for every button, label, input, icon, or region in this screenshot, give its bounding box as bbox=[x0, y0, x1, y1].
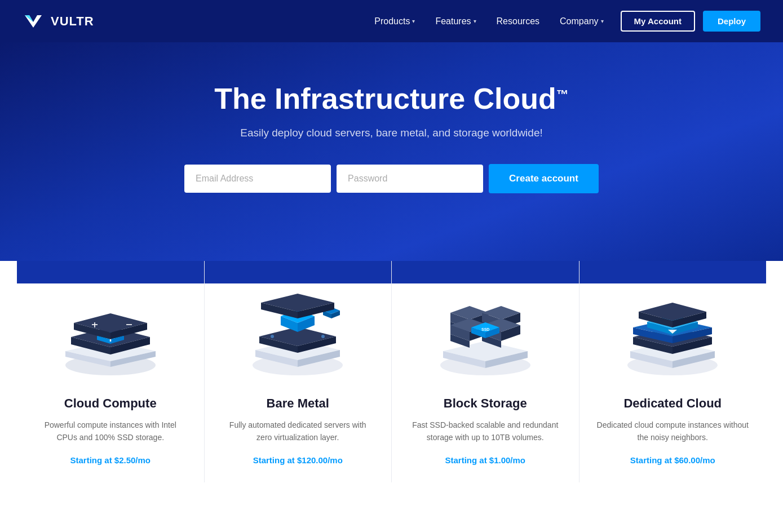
nav-resources[interactable]: Resources bbox=[489, 12, 547, 31]
hero-subtitle: Easily deploy cloud servers, bare metal,… bbox=[11, 127, 772, 139]
card-baremetal-desc: Fully automated dedicated servers with z… bbox=[222, 419, 375, 444]
card-cloud-compute: Cloud Compute Powerful compute instances… bbox=[17, 261, 205, 482]
vultr-logo-icon bbox=[23, 11, 44, 32]
card-dedicated-illustration bbox=[596, 261, 750, 385]
card-bare-metal: Bare Metal Fully automated dedicated ser… bbox=[205, 261, 392, 482]
logo[interactable]: VULTR bbox=[23, 11, 94, 32]
card-dedicated-title: Dedicated Cloud bbox=[596, 396, 750, 411]
features-chevron-icon: ▾ bbox=[474, 18, 476, 24]
products-chevron-icon: ▾ bbox=[412, 18, 415, 24]
card-baremetal-title: Bare Metal bbox=[222, 396, 375, 411]
card-baremetal-price: Starting at $120.00/mo bbox=[253, 455, 343, 465]
hero-section: The Infrastructure Cloud™ Easily deploy … bbox=[0, 42, 783, 261]
card-block-storage: SSD Block Storage Fast SSD-backed scalab… bbox=[392, 261, 579, 482]
products-cards: Cloud Compute Powerful compute instances… bbox=[0, 261, 783, 516]
company-chevron-icon: ▾ bbox=[601, 18, 604, 24]
card-dedicated-price: Starting at $60.00/mo bbox=[630, 455, 715, 465]
email-input[interactable] bbox=[184, 165, 331, 193]
brand-name: VULTR bbox=[51, 14, 94, 29]
password-input[interactable] bbox=[337, 165, 483, 193]
card-compute-title: Cloud Compute bbox=[34, 396, 187, 411]
card-storage-illustration: SSD bbox=[409, 261, 562, 385]
navbar: VULTR Products ▾ Features ▾ Resources Co… bbox=[0, 0, 783, 42]
card-storage-price: Starting at $1.00/mo bbox=[445, 455, 525, 465]
deploy-button[interactable]: Deploy bbox=[703, 11, 760, 32]
signup-form: Create account bbox=[11, 164, 772, 193]
svg-point-27 bbox=[271, 335, 274, 338]
card-compute-desc: Powerful compute instances with Intel CP… bbox=[34, 419, 187, 444]
svg-text:SSD: SSD bbox=[481, 327, 489, 331]
my-account-button[interactable]: My Account bbox=[621, 11, 695, 32]
card-storage-desc: Fast SSD-backed scalable and redundant s… bbox=[409, 419, 562, 444]
create-account-button[interactable]: Create account bbox=[489, 164, 599, 193]
card-storage-title: Block Storage bbox=[409, 396, 562, 411]
hero-title: The Infrastructure Cloud™ bbox=[11, 82, 772, 116]
nav-links: Products ▾ Features ▾ Resources Company … bbox=[366, 11, 760, 32]
card-baremetal-illustration bbox=[222, 261, 375, 385]
card-dedicated-cloud: Dedicated Cloud Dedicated cloud compute … bbox=[579, 261, 767, 482]
nav-features[interactable]: Features ▾ bbox=[427, 12, 484, 31]
nav-products[interactable]: Products ▾ bbox=[366, 12, 423, 31]
nav-company[interactable]: Company ▾ bbox=[552, 12, 611, 31]
card-compute-price: Starting at $2.50/mo bbox=[70, 455, 151, 465]
svg-point-28 bbox=[321, 335, 325, 338]
card-dedicated-desc: Dedicated cloud compute instances withou… bbox=[596, 419, 750, 444]
card-compute-illustration bbox=[34, 261, 187, 385]
